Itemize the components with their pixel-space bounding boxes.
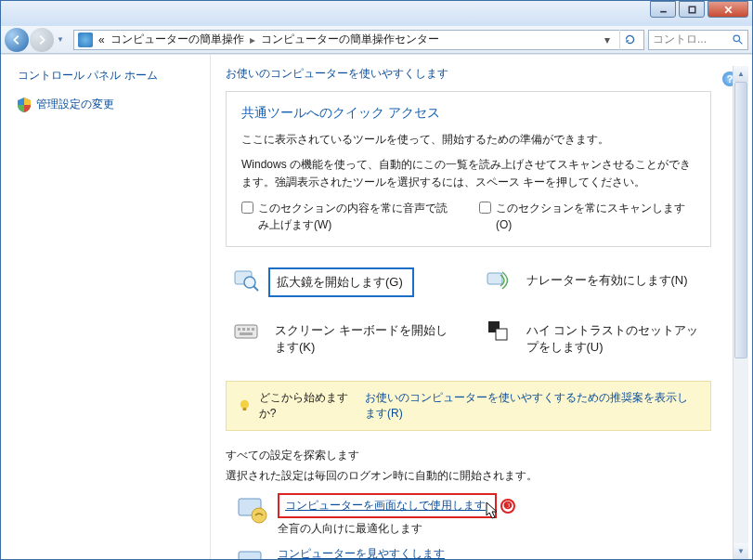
breadcrumb-chevron: « — [98, 33, 105, 46]
magnifier-icon — [233, 267, 259, 293]
read-aloud-input[interactable] — [241, 202, 253, 214]
tool-osk[interactable]: スクリーン キーボードを開始します(K) — [233, 318, 461, 360]
narrator-icon — [485, 267, 511, 293]
easier-see-icon — [235, 546, 268, 559]
main-panel: ? お使いのコンピューターを使いやすくします 共通ツールへのクイック アクセス … — [211, 55, 752, 559]
panel-title: 共通ツールへのクイック アクセス — [241, 105, 695, 122]
svg-rect-19 — [243, 408, 247, 410]
scan-label: このセクションを常にスキャンします(O) — [496, 200, 691, 233]
sidebar-admin-label: 管理設定の変更 — [36, 97, 114, 112]
nav-bar: ▼ « コンピューターの簡単操作 ▸ コンピューターの簡単操作センター ▾ コン… — [1, 26, 752, 54]
quick-access-panel: 共通ツールへのクイック アクセス ここに表示されているツールを使って、開始するた… — [226, 91, 711, 247]
lightbulb-icon — [238, 398, 252, 413]
scroll-thumb[interactable] — [734, 82, 747, 358]
svg-line-5 — [739, 41, 742, 44]
narrator-label[interactable]: ナレーターを有効にします(N) — [520, 267, 695, 293]
scroll-track[interactable] — [734, 82, 748, 543]
annotation-highlight: コンピューターを画面なしで使用します — [278, 493, 497, 518]
svg-point-21 — [252, 508, 266, 523]
breadcrumb-level2[interactable]: コンピューターの簡単操作センター — [261, 32, 439, 47]
titlebar — [1, 1, 752, 26]
content-area: コントロール パネル ホーム 管理設定の変更 ? お使いのコンピューターを使いや… — [1, 54, 752, 559]
svg-rect-22 — [239, 552, 261, 559]
forward-button[interactable] — [30, 28, 54, 52]
svg-rect-12 — [242, 328, 245, 331]
svg-rect-14 — [252, 328, 254, 331]
contrast-label[interactable]: ハイ コントラストのセットアップをします(U) — [520, 318, 712, 360]
window: ▼ « コンピューターの簡単操作 ▸ コンピューターの簡単操作センター ▾ コン… — [0, 0, 753, 560]
annotation-marker: ❸ — [500, 499, 515, 514]
search-placeholder: コントロ... — [653, 32, 732, 47]
recommendation-bar: どこから始めますか? お使いのコンピューターを使いやすくするための推奨案を表示し… — [226, 381, 711, 431]
scan-checkbox[interactable]: このセクションを常にスキャンします(O) — [479, 200, 691, 233]
search-icon — [732, 33, 744, 46]
search-input[interactable]: コントロ... — [648, 30, 748, 50]
svg-point-4 — [734, 35, 740, 42]
page-title: お使いのコンピューターを使いやすくします — [226, 66, 730, 82]
no-display-link[interactable]: コンピューターを画面なしで使用します — [285, 499, 486, 512]
recent-dropdown-icon[interactable]: ▼ — [55, 35, 66, 44]
contrast-icon — [485, 318, 511, 344]
option-no-display: コンピューターを画面なしで使用します ❸ 全盲の人向けに最適化します — [235, 493, 711, 537]
panel-desc-1: ここに表示されているツールを使って、開始するための準備ができます。 — [241, 131, 695, 149]
magnifier-label[interactable]: 拡大鏡を開始します(G) — [268, 267, 414, 297]
maximize-button[interactable] — [679, 1, 705, 18]
cursor-icon — [484, 501, 500, 522]
window-controls — [650, 1, 752, 18]
nav-arrows: ▼ — [1, 28, 70, 52]
scroll-up-button[interactable]: ▲ — [734, 66, 748, 82]
scan-input[interactable] — [479, 202, 491, 214]
recommendation-link[interactable]: お使いのコンピューターを使いやすくするための推奨案を表示します(R) — [365, 390, 699, 422]
easier-see-link[interactable]: コンピューターを見やすくします — [278, 547, 445, 559]
svg-rect-1 — [689, 7, 695, 13]
sidebar-admin-link[interactable]: 管理設定の変更 — [18, 97, 195, 112]
checkbox-row: このセクションの内容を常に音声で読み上げます(W) このセクションを常にスキャン… — [241, 200, 695, 233]
no-display-icon — [235, 493, 268, 527]
yellow-question: どこから始めますか? — [259, 390, 357, 422]
breadcrumb-level1[interactable]: コンピューターの簡単操作 — [110, 32, 244, 47]
sidebar: コントロール パネル ホーム 管理設定の変更 — [1, 55, 211, 559]
vertical-scrollbar[interactable]: ▲ ▼ — [733, 66, 748, 559]
option-easier-see: コンピューターを見やすくします — [235, 546, 711, 559]
svg-line-8 — [253, 286, 258, 291]
tools-grid: 拡大鏡を開始します(G) ナレーターを有効にします(N) スクリーン キーボード… — [233, 267, 711, 361]
minimize-button[interactable] — [650, 1, 676, 18]
tool-narrator[interactable]: ナレーターを有効にします(N) — [485, 267, 712, 297]
no-display-desc: 全盲の人向けに最適化します — [278, 521, 515, 537]
option-easier-see-body: コンピューターを見やすくします — [278, 546, 445, 559]
tool-magnifier[interactable]: 拡大鏡を開始します(G) — [233, 267, 461, 297]
panel-desc-2: Windows の機能を使って、自動的にこの一覧を読み上げさせてスキャンさせるこ… — [241, 156, 695, 191]
control-panel-icon — [78, 33, 93, 47]
svg-rect-13 — [247, 328, 250, 331]
explore-title: すべての設定を探索します — [226, 448, 711, 463]
svg-point-18 — [240, 400, 249, 409]
svg-rect-15 — [240, 332, 253, 335]
keyboard-icon — [233, 318, 259, 344]
read-aloud-checkbox[interactable]: このセクションの内容を常に音声で読み上げます(W) — [241, 200, 453, 233]
shield-icon — [18, 98, 31, 112]
scroll-down-button[interactable]: ▼ — [734, 543, 748, 559]
osk-label[interactable]: スクリーン キーボードを開始します(K) — [268, 318, 461, 360]
explore-section: すべての設定を探索します 選択された設定は毎回のログオン時に自動的に開始されます… — [226, 448, 711, 559]
svg-rect-9 — [487, 273, 502, 284]
read-aloud-label: このセクションの内容を常に音声で読み上げます(W) — [258, 200, 453, 233]
explore-desc: 選択された設定は毎回のログオン時に自動的に開始されます。 — [226, 468, 711, 484]
svg-rect-10 — [235, 325, 257, 338]
sidebar-home-link[interactable]: コントロール パネル ホーム — [18, 68, 195, 84]
svg-rect-17 — [496, 329, 507, 340]
refresh-button[interactable] — [619, 30, 640, 50]
address-dropdown-icon[interactable]: ▾ — [601, 33, 614, 46]
address-bar[interactable]: « コンピューターの簡単操作 ▸ コンピューターの簡単操作センター ▾ — [73, 30, 644, 50]
back-button[interactable] — [5, 28, 29, 52]
tool-contrast[interactable]: ハイ コントラストのセットアップをします(U) — [485, 318, 712, 360]
svg-rect-11 — [238, 328, 240, 331]
close-button[interactable] — [708, 1, 748, 18]
breadcrumb-sep-icon: ▸ — [250, 33, 255, 46]
option-no-display-body: コンピューターを画面なしで使用します ❸ 全盲の人向けに最適化します — [278, 493, 515, 537]
